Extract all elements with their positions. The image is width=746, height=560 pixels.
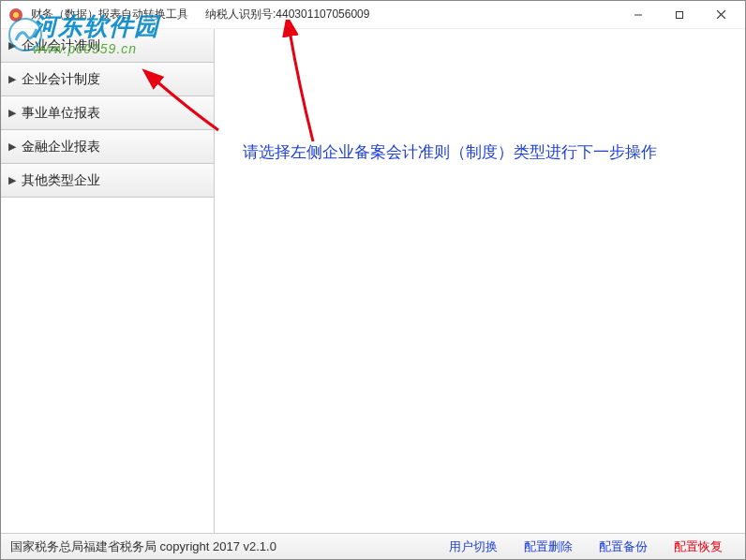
instruction-text: 请选择左侧企业备案会计准则（制度）类型进行下一步操作 — [243, 141, 657, 163]
sidebar-item-label: 企业会计准则 — [22, 37, 100, 54]
config-backup-link[interactable]: 配置备份 — [599, 538, 648, 555]
sidebar-item-institution-report[interactable]: ▶ 事业单位报表 — [1, 96, 214, 130]
app-icon — [8, 7, 23, 22]
chevron-right-icon: ▶ — [8, 174, 16, 186]
titlebar: 财务（数据）报表自动转换工具 纳税人识别号:440301107056009 — [1, 1, 745, 29]
status-copyright: 国家税务总局福建省税务局 copyright 2017 v2.1.0 — [10, 538, 276, 555]
sidebar: ▶ 企业会计准则 ▶ 企业会计制度 ▶ 事业单位报表 ▶ 金融企业报表 ▶ 其他… — [1, 29, 215, 533]
svg-point-1 — [13, 12, 19, 18]
chevron-right-icon: ▶ — [8, 73, 16, 85]
user-switch-link[interactable]: 用户切换 — [449, 538, 498, 555]
tax-id-label: 纳税人识别号:440301107056009 — [205, 7, 369, 22]
sidebar-item-label: 金融企业报表 — [22, 139, 100, 155]
sidebar-item-label: 其他类型企业 — [22, 172, 100, 189]
minimize-button[interactable] — [618, 2, 659, 28]
main-panel: 请选择左侧企业备案会计准则（制度）类型进行下一步操作 — [215, 29, 745, 533]
sidebar-item-label: 事业单位报表 — [22, 105, 100, 122]
tax-label-text: 纳税人识别号: — [205, 7, 276, 21]
sidebar-item-label: 企业会计制度 — [22, 71, 100, 88]
chevron-right-icon: ▶ — [8, 140, 16, 153]
tax-id-value: 440301107056009 — [276, 7, 369, 21]
chevron-right-icon: ▶ — [8, 39, 16, 52]
statusbar: 国家税务总局福建省税务局 copyright 2017 v2.1.0 用户切换 … — [1, 533, 745, 559]
sidebar-item-accounting-system[interactable]: ▶ 企业会计制度 — [1, 63, 214, 96]
content-area: ▶ 企业会计准则 ▶ 企业会计制度 ▶ 事业单位报表 ▶ 金融企业报表 ▶ 其他… — [1, 29, 745, 533]
annotation-arrow-up — [271, 20, 327, 151]
sidebar-item-accounting-standard[interactable]: ▶ 企业会计准则 — [1, 29, 214, 63]
close-button[interactable] — [700, 2, 741, 28]
config-delete-link[interactable]: 配置删除 — [524, 538, 573, 555]
svg-rect-3 — [677, 11, 683, 18]
sidebar-item-financial-enterprise[interactable]: ▶ 金融企业报表 — [1, 130, 214, 164]
chevron-right-icon: ▶ — [8, 107, 16, 119]
maximize-button[interactable] — [659, 2, 700, 28]
app-window: 财务（数据）报表自动转换工具 纳税人识别号:440301107056009 ▶ … — [0, 0, 746, 560]
app-title: 财务（数据）报表自动转换工具 — [31, 7, 188, 22]
config-restore-link[interactable]: 配置恢复 — [674, 538, 723, 555]
sidebar-item-other-enterprise[interactable]: ▶ 其他类型企业 — [1, 164, 214, 198]
